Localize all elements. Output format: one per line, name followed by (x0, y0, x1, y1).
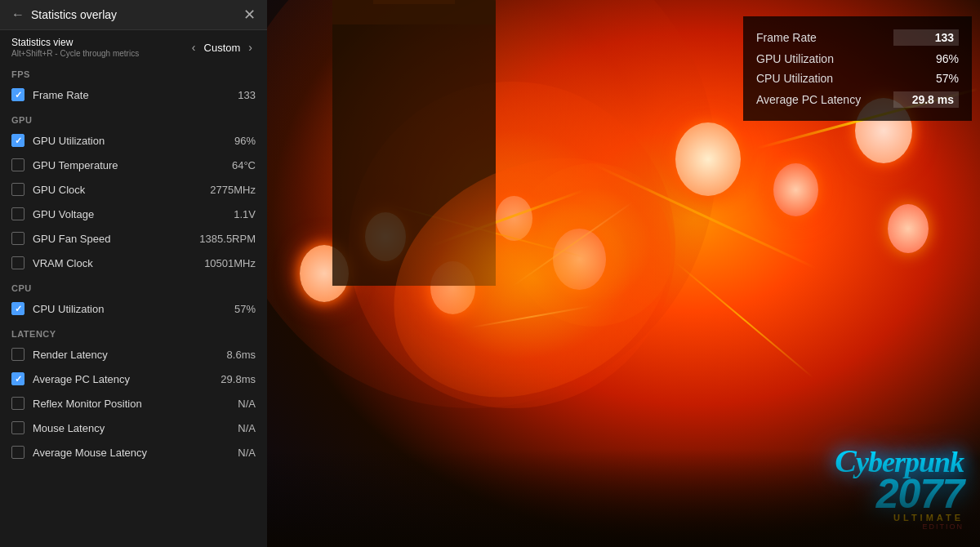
metric-mouse-latency[interactable]: Mouse Latency N/A (0, 416, 267, 440)
header-left: ← Statistics overlay (11, 7, 117, 22)
value-avg-mouse-latency: N/A (198, 447, 256, 459)
checkbox-gpu-clock[interactable] (11, 183, 24, 196)
label-gpu-fan: GPU Fan Speed (33, 233, 190, 245)
checkbox-gpu-voltage[interactable] (11, 207, 24, 220)
label-mouse-latency: Mouse Latency (33, 422, 190, 434)
next-arrow[interactable]: › (245, 39, 256, 56)
checkbox-vram-clock[interactable] (11, 256, 24, 269)
metric-vram-clock[interactable]: VRAM Clock 10501MHz (0, 251, 267, 275)
overlay-value-latency: 29.8 ms (893, 91, 959, 108)
game-background: Frame Rate 133 GPU Utilization 96% CPU U… (267, 0, 980, 547)
value-vram-clock: 10501MHz (198, 257, 256, 269)
overlay-label-gpu: GPU Utilization (756, 52, 834, 65)
checkbox-framerate[interactable] (11, 88, 24, 101)
metric-gpu-util[interactable]: GPU Utilization 96% (0, 128, 267, 153)
value-framerate: 133 (198, 89, 256, 101)
label-cpu-util: CPU Utilization (33, 303, 190, 315)
panel-title: Statistics overlay (31, 8, 117, 21)
label-render-latency: Render Latency (33, 349, 190, 361)
label-vram-clock: VRAM Clock (33, 257, 190, 269)
section-gpu: GPU (0, 107, 267, 128)
metric-reflex-monitor[interactable]: Reflex Monitor Position N/A (0, 391, 267, 416)
label-gpu-temp: GPU Temperature (33, 159, 190, 171)
checkbox-avg-pc-latency[interactable] (11, 372, 24, 385)
checkbox-reflex-monitor[interactable] (11, 397, 24, 410)
value-reflex-monitor: N/A (198, 398, 256, 410)
label-gpu-clock: GPU Clock (33, 184, 190, 196)
left-panel: ← Statistics overlay ✕ Statistics view A… (0, 0, 267, 547)
value-cpu-util: 57% (198, 303, 256, 315)
overlay-stat-latency: Average PC Latency 29.8 ms (756, 88, 959, 111)
label-gpu-util: GPU Utilization (33, 135, 190, 147)
value-gpu-clock: 2775MHz (198, 184, 256, 196)
section-latency: Latency (0, 321, 267, 342)
stats-view-hint: Alt+Shift+R - Cycle through metrics (11, 49, 189, 58)
nav-arrows: ‹ Custom › (189, 39, 256, 56)
nav-custom-label: Custom (204, 42, 241, 54)
back-icon[interactable]: ← (11, 7, 24, 22)
overlay-value-cpu: 57% (893, 72, 959, 85)
label-reflex-monitor: Reflex Monitor Position (33, 398, 190, 410)
checkbox-gpu-fan[interactable] (11, 232, 24, 245)
metric-avg-pc-latency[interactable]: Average PC Latency 29.8ms (0, 367, 267, 391)
overlay-label-framerate: Frame Rate (756, 31, 817, 44)
stats-view-label-group: Statistics view Alt+Shift+R - Cycle thro… (11, 37, 189, 58)
metric-cpu-util[interactable]: CPU Utilization 57% (0, 296, 267, 321)
overlay-stat-framerate: Frame Rate 133 (756, 26, 959, 49)
checkbox-render-latency[interactable] (11, 348, 24, 361)
stats-view-bar: Statistics view Alt+Shift+R - Cycle thro… (0, 30, 267, 61)
section-cpu: CPU (0, 275, 267, 296)
metric-framerate[interactable]: Frame Rate 133 (0, 82, 267, 107)
label-framerate: Frame Rate (33, 89, 190, 101)
overlay-value-gpu: 96% (893, 52, 959, 65)
stats-view-label: Statistics view (11, 37, 189, 48)
checkbox-gpu-util[interactable] (11, 134, 24, 147)
metric-gpu-voltage[interactable]: GPU Voltage 1.1V (0, 202, 267, 226)
prev-arrow[interactable]: ‹ (189, 39, 199, 56)
metric-avg-mouse-latency[interactable]: Average Mouse Latency N/A (0, 440, 267, 465)
value-gpu-fan: 1385.5RPM (198, 233, 256, 245)
value-gpu-util: 96% (198, 135, 256, 147)
value-mouse-latency: N/A (198, 422, 256, 434)
overlay-label-latency: Average PC Latency (756, 93, 861, 106)
overlay-value-framerate: 133 (893, 29, 959, 46)
panel-header: ← Statistics overlay ✕ (0, 0, 267, 30)
value-gpu-temp: 64°C (198, 159, 256, 171)
label-gpu-voltage: GPU Voltage (33, 208, 190, 220)
metric-gpu-temp[interactable]: GPU Temperature 64°C (0, 153, 267, 177)
value-avg-pc-latency: 29.8ms (198, 373, 256, 385)
close-icon[interactable]: ✕ (243, 7, 256, 22)
label-avg-pc-latency: Average PC Latency (33, 373, 190, 385)
overlay-stat-cpu: CPU Utilization 57% (756, 69, 959, 88)
value-gpu-voltage: 1.1V (198, 208, 256, 220)
label-avg-mouse-latency: Average Mouse Latency (33, 447, 190, 459)
checkbox-gpu-temp[interactable] (11, 158, 24, 171)
section-fps: FPS (0, 61, 267, 82)
checkbox-mouse-latency[interactable] (11, 421, 24, 434)
metric-gpu-clock[interactable]: GPU Clock 2775MHz (0, 177, 267, 202)
stats-overlay-panel: Frame Rate 133 GPU Utilization 96% CPU U… (743, 16, 972, 121)
metric-gpu-fan[interactable]: GPU Fan Speed 1385.5RPM (0, 226, 267, 251)
overlay-label-cpu: CPU Utilization (756, 72, 833, 85)
metric-render-latency[interactable]: Render Latency 8.6ms (0, 342, 267, 367)
checkbox-cpu-util[interactable] (11, 302, 24, 315)
value-render-latency: 8.6ms (198, 349, 256, 361)
overlay-stat-gpu: GPU Utilization 96% (756, 49, 959, 69)
checkbox-avg-mouse-latency[interactable] (11, 446, 24, 459)
